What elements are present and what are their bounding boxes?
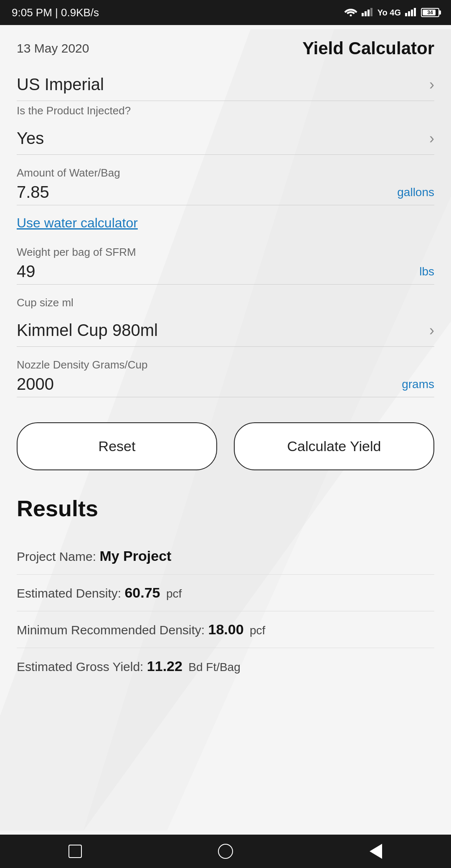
min-recommended-value: 18.00	[208, 621, 244, 637]
project-name-row: Project Name: My Project	[17, 538, 434, 575]
header-date: 13 May 2020	[17, 41, 89, 56]
network-type-icon: Yo 4G	[378, 8, 401, 18]
estimated-gross-unit: Bd Ft/Bag	[188, 661, 241, 674]
status-bar: 9:05 PM | 0.9KB/s Yo 4G	[0, 0, 451, 25]
water-calc-anchor[interactable]: Use water calculator	[17, 209, 138, 237]
project-name-label: Project Name:	[17, 550, 96, 563]
signal-icon	[362, 6, 373, 19]
calculate-button[interactable]: Calculate Yield	[234, 422, 434, 470]
water-per-bag-value[interactable]: 7.85	[17, 183, 49, 202]
results-section: Results Project Name: My Project Estimat…	[17, 491, 434, 684]
water-per-bag-unit: gallons	[397, 186, 434, 199]
estimated-density-label: Estimated Density:	[17, 586, 121, 600]
estimated-gross-row: Estimated Gross Yield: 11.22 Bd Ft/Bag	[17, 648, 434, 684]
water-per-bag-group: Amount of Water/Bag 7.85 gallons	[17, 158, 434, 205]
weight-per-bag-unit: lbs	[419, 265, 434, 278]
water-per-bag-section: Amount of Water/Bag 7.85 gallons	[17, 158, 434, 205]
results-title: Results	[17, 495, 434, 521]
svg-rect-6	[408, 11, 410, 16]
weight-per-bag-label: Weight per bag of SFRM	[17, 246, 434, 259]
min-recommended-unit: pcf	[250, 624, 265, 637]
status-right: Yo 4G 34	[344, 6, 439, 19]
svg-rect-8	[414, 8, 416, 16]
product-injected-section: Is the Product Injected? Yes ›	[17, 104, 434, 155]
battery-icon: 34	[421, 8, 439, 17]
cup-size-section: Cup size ml Kimmel Cup 980ml ›	[17, 288, 434, 347]
unit-system-field[interactable]: US Imperial ›	[17, 67, 434, 101]
nozzle-density-unit: grams	[402, 378, 434, 391]
home-icon	[218, 844, 233, 859]
wifi-icon	[344, 6, 357, 19]
water-per-bag-row: 7.85 gallons	[17, 183, 434, 202]
unit-system-value: US Imperial	[17, 75, 104, 94]
product-injected-chevron: ›	[429, 130, 434, 147]
svg-rect-5	[405, 13, 407, 16]
min-recommended-row: Minimum Recommended Density: 18.00 pcf	[17, 611, 434, 648]
product-injected-label: Is the Product Injected?	[17, 104, 434, 117]
cup-size-chevron: ›	[429, 322, 434, 339]
nozzle-density-value[interactable]: 2000	[17, 375, 54, 394]
nav-home-button[interactable]	[209, 835, 242, 868]
nozzle-density-section: Nozzle Density Grams/Cup 2000 grams	[17, 350, 434, 397]
svg-rect-3	[367, 10, 370, 16]
estimated-density-unit: pcf	[166, 587, 182, 600]
svg-rect-2	[365, 11, 367, 16]
product-injected-value: Yes	[17, 129, 44, 148]
unit-system-chevron: ›	[429, 76, 434, 93]
product-injected-field[interactable]: Yes ›	[17, 121, 434, 155]
weight-per-bag-group: Weight per bag of SFRM 49 lbs	[17, 237, 434, 285]
header: 13 May 2020 Yield Calculator	[17, 25, 434, 67]
estimated-density-value: 60.75	[124, 585, 160, 601]
project-name-value: My Project	[99, 548, 171, 564]
cup-size-field[interactable]: Kimmel Cup 980ml ›	[17, 313, 434, 347]
back-icon	[370, 844, 382, 859]
weight-per-bag-value[interactable]: 49	[17, 262, 35, 281]
cup-size-value: Kimmel Cup 980ml	[17, 321, 158, 340]
cup-size-label: Cup size ml	[17, 288, 434, 309]
status-left: 9:05 PM | 0.9KB/s	[12, 6, 99, 19]
reset-button[interactable]: Reset	[17, 422, 217, 470]
svg-point-0	[350, 15, 352, 17]
weight-per-bag-row: 49 lbs	[17, 262, 434, 281]
nav-recent-button[interactable]	[58, 835, 92, 868]
app-container: 13 May 2020 Yield Calculator US Imperial…	[0, 25, 451, 835]
weight-per-bag-section: Weight per bag of SFRM 49 lbs	[17, 237, 434, 285]
main-content: 13 May 2020 Yield Calculator US Imperial…	[0, 25, 451, 684]
water-calculator-link[interactable]: Use water calculator	[17, 209, 434, 237]
estimated-gross-label: Estimated Gross Yield:	[17, 660, 143, 674]
nav-back-button[interactable]	[359, 835, 393, 868]
status-time: 9:05 PM | 0.9KB/s	[12, 6, 99, 19]
svg-rect-1	[362, 13, 364, 16]
water-per-bag-label: Amount of Water/Bag	[17, 167, 434, 179]
estimated-density-row: Estimated Density: 60.75 pcf	[17, 575, 434, 611]
action-buttons: Reset Calculate Yield	[17, 422, 434, 470]
signal2-icon	[405, 6, 417, 19]
nozzle-density-row: 2000 grams	[17, 375, 434, 394]
svg-rect-7	[411, 10, 413, 16]
nozzle-density-label: Nozzle Density Grams/Cup	[17, 358, 434, 371]
nav-bar	[0, 835, 451, 868]
app-title: Yield Calculator	[302, 38, 434, 58]
nozzle-density-group: Nozzle Density Grams/Cup 2000 grams	[17, 350, 434, 397]
svg-rect-4	[370, 8, 372, 16]
recent-apps-icon	[68, 845, 82, 858]
min-recommended-label: Minimum Recommended Density:	[17, 623, 205, 637]
estimated-gross-value: 11.22	[147, 658, 182, 674]
